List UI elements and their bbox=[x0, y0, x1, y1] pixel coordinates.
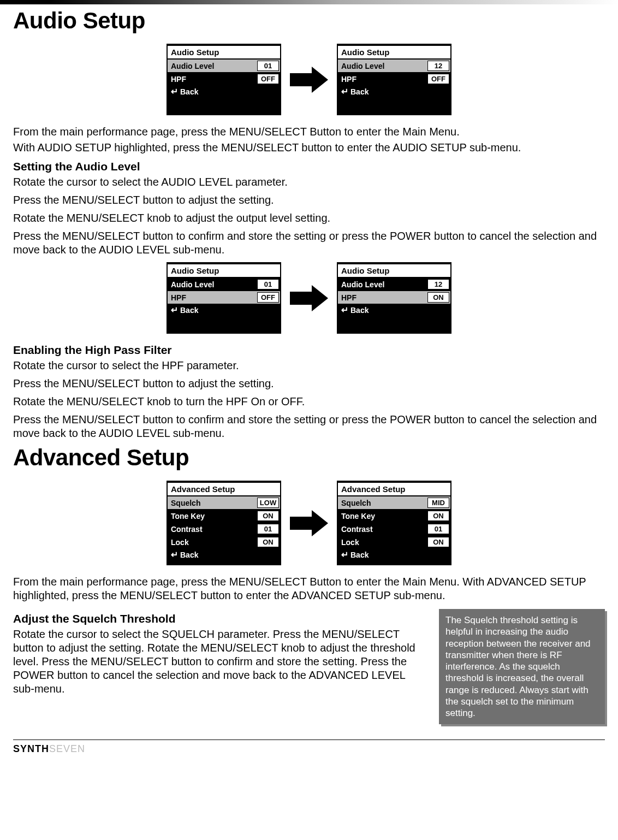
lcd-label: Squelch bbox=[341, 499, 427, 507]
lcd-row-tone-key: Tone Key ON bbox=[168, 510, 280, 523]
lcd-label: HPF bbox=[341, 75, 427, 84]
lcd-row-hpf: HPF ON bbox=[338, 291, 450, 304]
paragraph: Rotate the cursor to select the AUDIO LE… bbox=[13, 175, 605, 189]
footer-brand-light: SEVEN bbox=[49, 743, 85, 754]
lcd-label: Tone Key bbox=[341, 512, 427, 520]
lcd-title: Audio Setup bbox=[338, 46, 450, 60]
lcd-row-hpf: HPF OFF bbox=[168, 291, 280, 304]
lcd-screen: Audio Setup Audio Level 12 HPF OFF ↵ Bac… bbox=[337, 44, 451, 115]
lcd-label: HPF bbox=[171, 75, 257, 84]
lcd-value: ON bbox=[427, 292, 449, 303]
lcd-row-audio-level: Audio Level 12 bbox=[338, 60, 450, 73]
lcd-row-contrast: Contrast 01 bbox=[168, 523, 280, 536]
lcd-screen: Audio Setup Audio Level 01 HPF OFF ↵ Bac… bbox=[167, 44, 281, 115]
heading-audio-setup: Audio Setup bbox=[13, 8, 605, 34]
lcd-back-row: ↵ Back bbox=[168, 549, 280, 561]
lcd-back-label: Back bbox=[350, 306, 369, 315]
lcd-value: OFF bbox=[257, 74, 279, 84]
lcd-back-row: ↵ Back bbox=[168, 304, 280, 316]
lcd-spacer bbox=[338, 561, 450, 564]
lcd-title: Advanced Setup bbox=[338, 483, 450, 496]
lcd-value: OFF bbox=[427, 74, 449, 84]
lcd-value: LOW bbox=[257, 498, 279, 508]
lcd-title: Audio Setup bbox=[168, 46, 280, 60]
subheading-setting-audio-level: Setting the Audio Level bbox=[13, 160, 605, 173]
lcd-back-row: ↵ Back bbox=[338, 86, 450, 98]
lcd-value: ON bbox=[427, 537, 449, 547]
lcd-label: Audio Level bbox=[341, 62, 427, 70]
screens-row-audio-level: Audio Setup Audio Level 01 HPF OFF ↵ Bac… bbox=[13, 44, 605, 115]
lcd-row-audio-level: Audio Level 01 bbox=[168, 60, 280, 73]
lcd-row-audio-level: Audio Level 01 bbox=[168, 278, 280, 291]
lcd-spacer bbox=[168, 561, 280, 564]
enter-icon: ↵ bbox=[171, 551, 178, 559]
lcd-back-label: Back bbox=[350, 551, 369, 559]
lcd-value: 01 bbox=[257, 61, 279, 71]
lcd-back-label: Back bbox=[180, 87, 198, 96]
lcd-title: Advanced Setup bbox=[168, 483, 280, 496]
lcd-row-squelch: Squelch LOW bbox=[168, 496, 280, 510]
paragraph: Rotate the cursor to select the HPF para… bbox=[13, 359, 605, 372]
lcd-back-row: ↵ Back bbox=[338, 304, 450, 316]
lcd-label: Tone Key bbox=[171, 512, 257, 520]
lcd-spacer bbox=[168, 316, 280, 333]
lcd-back-label: Back bbox=[180, 306, 198, 315]
lcd-back-label: Back bbox=[180, 551, 198, 559]
lcd-row-squelch: Squelch MID bbox=[338, 496, 450, 510]
note-box-squelch: The Squelch threshold setting is helpful… bbox=[439, 609, 605, 724]
enter-icon: ↵ bbox=[341, 306, 348, 315]
lcd-row-audio-level: Audio Level 12 bbox=[338, 278, 450, 291]
svg-marker-1 bbox=[290, 285, 328, 311]
lcd-row-contrast: Contrast 01 bbox=[338, 523, 450, 536]
paragraph: With AUDIO SETUP highlighted, press the … bbox=[13, 141, 605, 155]
lcd-title: Audio Setup bbox=[338, 264, 450, 278]
screens-row-hpf: Audio Setup Audio Level 01 HPF OFF ↵ Bac… bbox=[13, 262, 605, 334]
screens-row-advanced: Advanced Setup Squelch LOW Tone Key ON C… bbox=[13, 481, 605, 565]
paragraph: From the main performance page, press th… bbox=[13, 575, 605, 602]
enter-icon: ↵ bbox=[341, 551, 348, 559]
footer-rule bbox=[13, 740, 605, 740]
lcd-spacer bbox=[338, 98, 450, 114]
heading-advanced-setup: Advanced Setup bbox=[13, 445, 605, 471]
lcd-label: Audio Level bbox=[171, 280, 257, 289]
arrow-right-icon bbox=[290, 67, 328, 93]
lcd-label: HPF bbox=[171, 293, 257, 302]
lcd-label: Lock bbox=[341, 538, 427, 547]
lcd-label: Audio Level bbox=[171, 62, 257, 70]
lcd-row-hpf: HPF OFF bbox=[338, 73, 450, 86]
footer-brand: SYNTHSEVEN bbox=[0, 743, 618, 762]
lcd-screen: Advanced Setup Squelch MID Tone Key ON C… bbox=[337, 481, 451, 565]
lcd-back-label: Back bbox=[350, 87, 369, 96]
paragraph: Press the MENU/SELECT button to confirm … bbox=[13, 229, 605, 257]
lcd-spacer bbox=[338, 316, 450, 333]
lcd-row-tone-key: Tone Key ON bbox=[338, 510, 450, 523]
paragraph: Press the MENU/SELECT button to adjust t… bbox=[13, 193, 605, 207]
lcd-value: 12 bbox=[427, 279, 449, 289]
lcd-value: 01 bbox=[257, 524, 279, 534]
paragraph: Rotate the MENU/SELECT knob to turn the … bbox=[13, 395, 605, 409]
footer-brand-bold: SYNTH bbox=[13, 743, 49, 754]
lcd-value: MID bbox=[427, 498, 449, 508]
svg-marker-0 bbox=[290, 67, 328, 93]
subheading-enabling-hpf: Enabling the High Pass Filter bbox=[13, 344, 605, 357]
lcd-row-hpf: HPF OFF bbox=[168, 73, 280, 86]
lcd-back-row: ↵ Back bbox=[168, 86, 280, 98]
enter-icon: ↵ bbox=[171, 306, 178, 315]
paragraph: From the main performance page, press th… bbox=[13, 125, 605, 139]
lcd-row-lock: Lock ON bbox=[168, 536, 280, 549]
svg-marker-2 bbox=[290, 510, 328, 536]
lcd-label: Lock bbox=[171, 538, 257, 547]
lcd-title: Audio Setup bbox=[168, 264, 280, 278]
arrow-right-icon bbox=[290, 510, 328, 536]
lcd-back-row: ↵ Back bbox=[338, 549, 450, 561]
lcd-value: OFF bbox=[257, 292, 279, 303]
lcd-value: ON bbox=[257, 511, 279, 521]
lcd-screen: Advanced Setup Squelch LOW Tone Key ON C… bbox=[167, 481, 281, 565]
lcd-label: Audio Level bbox=[341, 280, 427, 289]
enter-icon: ↵ bbox=[341, 87, 348, 96]
subheading-adjust-squelch: Adjust the Squelch Threshold bbox=[13, 612, 429, 625]
lcd-label: HPF bbox=[341, 293, 427, 302]
paragraph: Rotate the MENU/SELECT knob to adjust th… bbox=[13, 211, 605, 225]
lcd-value: ON bbox=[427, 511, 449, 521]
lcd-row-lock: Lock ON bbox=[338, 536, 450, 549]
